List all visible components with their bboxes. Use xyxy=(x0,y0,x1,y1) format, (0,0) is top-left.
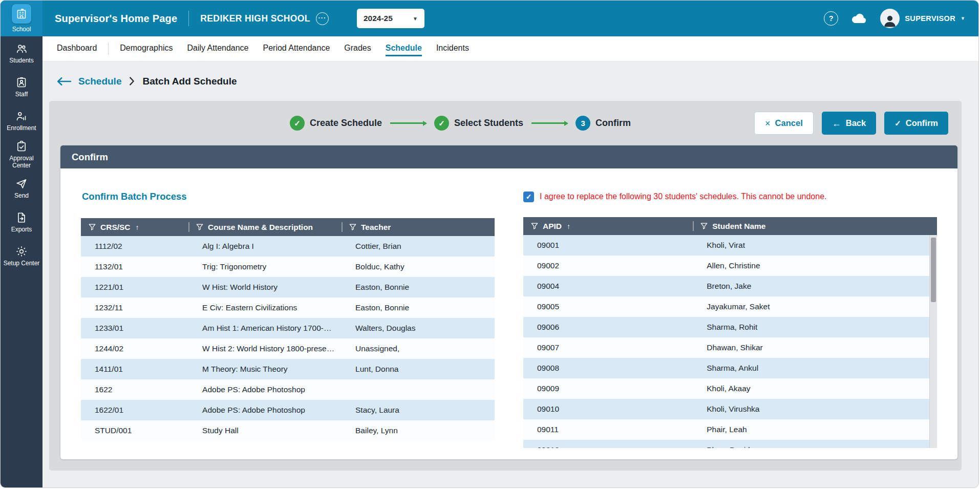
table-cell: Sharma, Ankul xyxy=(693,358,937,378)
table-row[interactable]: 09009Kholi, Akaay xyxy=(523,378,937,399)
table-cell: Bolduc, Kathy xyxy=(342,257,495,277)
nav-item-incidents[interactable]: Incidents xyxy=(429,36,476,61)
table-cell: M Theory: Music Theory xyxy=(188,359,342,379)
section-title: Confirm Batch Process xyxy=(82,191,495,203)
sidebar-item-students[interactable]: Students xyxy=(1,36,42,70)
table-row[interactable]: 09007Dhawan, Shikar xyxy=(523,337,937,358)
table-row[interactable]: 1232/11E Civ: Eastern CivilizationsEasto… xyxy=(81,297,495,318)
school-name-label: REDIKER HIGH SCHOOL xyxy=(200,13,310,24)
table-cell: 09002 xyxy=(523,256,693,276)
topbar-divider xyxy=(188,11,189,26)
table-row[interactable]: 1112/02Alg I: Algebra ICottier, Brian xyxy=(81,236,495,257)
sidebar-item-enrollment[interactable]: Enrollment xyxy=(1,104,42,138)
table-row[interactable]: 09002Allen, Christine xyxy=(523,256,937,276)
sidebar-item-school[interactable]: School xyxy=(1,1,42,36)
step-arrow-connector xyxy=(390,122,426,124)
table-cell: 1411/01 xyxy=(81,359,188,379)
courses-table-body: 1112/02Alg I: Algebra ICottier, Brian113… xyxy=(81,236,495,441)
school-name: REDIKER HIGH SCHOOL ··· xyxy=(200,12,329,25)
table-cell: Study Hall xyxy=(188,420,342,441)
agree-row: ✓ I agree to replace the following 30 st… xyxy=(523,190,937,203)
table-row[interactable]: 1622Adobe PS: Adobe Photoshop xyxy=(81,379,495,400)
sidebar-item-approval-center[interactable]: Approval Center xyxy=(1,138,42,172)
step-label: Select Students xyxy=(454,118,523,129)
table-row[interactable]: STUD/001Study HallBailey, Lynn xyxy=(81,420,495,441)
students-table-body: 09001Kholi, Virat09002Allen, Christine09… xyxy=(523,235,937,448)
table-row[interactable]: 09005Jayakumar, Saket xyxy=(523,296,937,317)
sidebar-item-label: Send xyxy=(14,193,29,199)
cancel-button[interactable]: × Cancel xyxy=(754,112,814,135)
table-row[interactable]: 09011Phair, Leah xyxy=(523,419,937,440)
sidebar-item-setup-center[interactable]: Setup Center xyxy=(1,239,42,273)
agree-checkbox[interactable]: ✓ xyxy=(523,192,534,202)
table-cell: 1232/11 xyxy=(81,297,188,318)
column-header-crs-sc[interactable]: CRS/SC ↑ xyxy=(81,218,188,236)
back-arrow-icon: ← xyxy=(832,119,841,128)
table-cell: 1233/01 xyxy=(81,318,188,338)
close-icon: × xyxy=(765,119,771,128)
table-row[interactable]: 1622/01Adobe PS: Adobe PhotoshopStacy, L… xyxy=(81,400,495,420)
nav-item-period-attendance[interactable]: Period Attendance xyxy=(256,36,337,61)
chevron-right-icon xyxy=(129,77,135,86)
nav-item-grades[interactable]: Grades xyxy=(337,36,378,61)
nav-item-demographics[interactable]: Demographics xyxy=(113,36,180,61)
table-cell: 09007 xyxy=(523,337,693,358)
table-cell: Easton, Bonnie xyxy=(342,297,495,318)
table-row[interactable]: 1221/01W Hist: World HistoryEaston, Bonn… xyxy=(81,277,495,297)
table-cell: Unassigned, xyxy=(342,338,495,359)
table-row[interactable]: 1233/01Am Hist 1: American History 1700-… xyxy=(81,318,495,338)
sidebar-item-send[interactable]: Send xyxy=(1,172,42,205)
table-row[interactable]: 09006Sharma, Rohit xyxy=(523,317,937,337)
table-cell: Breton, Jake xyxy=(693,276,937,296)
vertical-scrollbar[interactable] xyxy=(929,235,937,448)
back-arrow-icon[interactable] xyxy=(56,76,72,87)
column-header-apid[interactable]: APID ↑ xyxy=(523,217,693,235)
filter-icon xyxy=(89,224,96,230)
table-cell: 09004 xyxy=(523,276,693,296)
table-row[interactable]: 1132/01Trig: TrigonometryBolduc, Kathy xyxy=(81,257,495,277)
table-cell: Kholi, Akaay xyxy=(693,378,937,399)
step-create-schedule: ✓ Create Schedule xyxy=(290,116,382,131)
sidebar-item-label: Students xyxy=(9,57,33,64)
back-button[interactable]: ← Back xyxy=(822,112,876,135)
students-column: ✓ I agree to replace the following 30 st… xyxy=(523,168,937,459)
scrollbar-thumb[interactable] xyxy=(931,238,936,302)
sidebar-item-label: Staff xyxy=(15,91,28,98)
table-header-row: APID ↑ Student Name xyxy=(523,217,937,235)
column-header-student-name[interactable]: Student Name xyxy=(693,217,937,235)
table-cell: 1132/01 xyxy=(81,257,188,277)
cancel-label: Cancel xyxy=(775,118,803,128)
school-year-select[interactable]: 2024-25 ▼ xyxy=(357,9,424,28)
table-cell: 1622/01 xyxy=(81,400,188,420)
table-row[interactable]: 1411/01M Theory: Music TheoryLunt, Donna xyxy=(81,359,495,379)
step-arrow-connector xyxy=(531,122,567,124)
sidebar-item-staff[interactable]: Staff xyxy=(1,70,42,104)
table-row[interactable]: 09012Phan, David xyxy=(523,440,937,448)
column-header-teacher[interactable]: Teacher xyxy=(342,218,495,236)
table-row[interactable]: 09004Breton, Jake xyxy=(523,276,937,296)
school-options-ellipsis-icon[interactable]: ··· xyxy=(316,12,329,25)
table-cell: Bailey, Lynn xyxy=(342,420,495,441)
courses-table: CRS/SC ↑ Course Name & De xyxy=(81,218,495,447)
table-row[interactable]: 09008Sharma, Ankul xyxy=(523,358,937,378)
column-header-course-name[interactable]: Course Name & Description xyxy=(188,218,342,236)
table-row[interactable]: 09010Kholi, Virushka xyxy=(523,399,937,419)
table-cell: Jayakumar, Saket xyxy=(693,296,937,317)
help-icon[interactable]: ? xyxy=(824,11,838,26)
page-title: Supervisor's Home Page xyxy=(55,13,177,25)
action-buttons: × Cancel ← Back ✓ Confirm xyxy=(754,112,948,135)
nav-item-schedule[interactable]: Schedule xyxy=(378,36,429,61)
nav-item-daily-attendance[interactable]: Daily Attendance xyxy=(180,36,255,61)
nav-item-dashboard[interactable]: Dashboard xyxy=(50,36,104,61)
section-nav: Dashboard Demographics Daily Attendance … xyxy=(42,36,978,61)
table-row[interactable]: 09001Kholi, Virat xyxy=(523,235,937,256)
table-cell: 09005 xyxy=(523,296,693,317)
chevron-down-icon: ▼ xyxy=(413,16,418,22)
table-cell: Kholi, Virat xyxy=(693,235,937,256)
cloud-icon[interactable] xyxy=(850,13,868,25)
confirm-button[interactable]: ✓ Confirm xyxy=(884,112,948,135)
table-row[interactable]: 1244/02W Hist 2: World History 1800-pres… xyxy=(81,338,495,359)
sidebar-item-exports[interactable]: Exports xyxy=(1,205,42,239)
breadcrumb-link-schedule[interactable]: Schedule xyxy=(78,76,121,87)
user-menu[interactable]: SUPERVISOR ▼ xyxy=(880,9,965,28)
